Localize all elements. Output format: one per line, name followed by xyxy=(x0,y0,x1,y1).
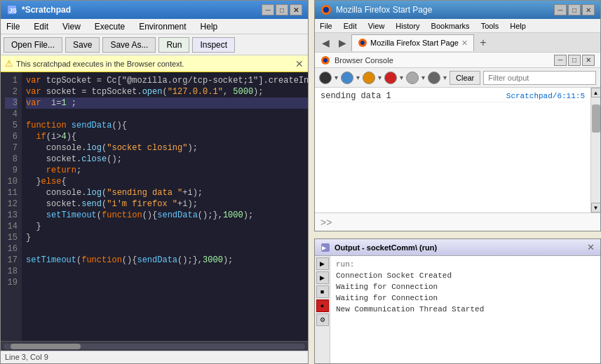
scratchpad-toolbar: Open File... Save Save As... Run Inspect xyxy=(1,34,308,55)
output-run-button[interactable]: ▶ xyxy=(316,257,329,270)
save-button[interactable]: Save xyxy=(65,37,100,53)
filter-error-chevron[interactable]: ▾ xyxy=(400,74,403,81)
code-line-19 xyxy=(26,277,308,288)
warning-bar: ⚠ This scratchpad executes in the Browse… xyxy=(1,55,308,72)
output-record-button[interactable]: ● xyxy=(316,299,329,312)
ff-minimize-button[interactable]: ─ xyxy=(554,4,567,15)
bc-restore-button[interactable]: □ xyxy=(568,55,581,66)
menu-view[interactable]: View xyxy=(60,21,83,32)
firefox-title: Mozilla Firefox Start Page xyxy=(336,5,432,15)
svg-point-5 xyxy=(360,41,365,45)
menu-edit[interactable]: Edit xyxy=(31,21,51,32)
console-vscroll[interactable]: ▲ ▼ xyxy=(590,88,600,213)
scratchpad-window: JS *Scratchpad ─ □ ✕ File Edit View Exec… xyxy=(0,0,309,364)
code-line-14: } xyxy=(26,221,308,232)
code-editor[interactable]: 1 2 3 4 5 6 7 8 9 10 11 12 13 14 15 16 1… xyxy=(1,72,308,341)
firefox-icon xyxy=(320,4,332,15)
output-line-1: Connection Socket Created xyxy=(336,270,595,281)
console-message-source[interactable]: Scratchpad/6:11:5 xyxy=(506,92,585,100)
filter-debug-chevron[interactable]: ▾ xyxy=(443,74,447,81)
ff-menu-edit[interactable]: Edit xyxy=(342,21,359,31)
vscroll-up-button[interactable]: ▲ xyxy=(591,88,601,97)
svg-text:▶: ▶ xyxy=(322,245,327,251)
bc-minimize-button[interactable]: ─ xyxy=(554,55,567,66)
menu-environment[interactable]: Environment xyxy=(136,21,189,32)
open-file-button[interactable]: Open File... xyxy=(4,37,62,53)
code-line-9: return; xyxy=(26,165,308,176)
console-output: sending data 1 Scratchpad/6:11:5 xyxy=(315,88,590,213)
warning-close-button[interactable]: ✕ xyxy=(295,58,304,69)
filter-info-chevron[interactable]: ▾ xyxy=(356,74,360,81)
new-tab-button[interactable]: + xyxy=(475,35,491,50)
ff-close-button[interactable]: ✕ xyxy=(582,4,595,15)
ff-menu-view[interactable]: View xyxy=(366,21,387,31)
output-run2-button[interactable]: ▶ xyxy=(316,271,329,284)
output-panel: ▶ Output - socketComm\ (run) ✕ ▶ ▶ ■ ● ⚙… xyxy=(314,238,601,364)
filter-warn-chevron[interactable]: ▾ xyxy=(378,74,381,81)
output-line-2: Waiting for Connection xyxy=(336,281,595,292)
code-line-15: } xyxy=(26,232,308,243)
output-settings-button[interactable]: ⚙ xyxy=(316,314,329,326)
code-line-8: socket.close(); xyxy=(26,154,308,165)
output-line-4: New Communication Thread Started xyxy=(336,304,595,315)
status-bar: Line 3, Col 9 xyxy=(1,351,308,363)
filter-info-button[interactable] xyxy=(341,72,353,84)
code-line-2: var socket = tcpSocket.open("127.0.0.1",… xyxy=(26,86,308,97)
output-line-run: run: xyxy=(336,259,595,270)
vscroll-down-button[interactable]: ▼ xyxy=(591,203,601,213)
filter-log-chevron[interactable]: ▾ xyxy=(421,74,425,81)
code-content[interactable]: var tcpSocket = Cc["@mozilla.org/tcp-soc… xyxy=(22,72,308,341)
code-line-5: function sendData(){ xyxy=(26,120,308,131)
console-message-row: sending data 1 Scratchpad/6:11:5 xyxy=(320,90,585,102)
filter-error-button[interactable] xyxy=(384,72,397,84)
output-close-button[interactable]: ✕ xyxy=(587,242,595,252)
scratchpad-titlebar: JS *Scratchpad ─ □ ✕ xyxy=(1,1,308,19)
ff-menu-bookmarks[interactable]: Bookmarks xyxy=(429,21,472,31)
output-line-3: Waiting for Connection xyxy=(336,292,595,304)
minimize-button[interactable]: ─ xyxy=(262,4,274,15)
output-panel-icon: ▶ xyxy=(320,243,330,252)
tab-close-button[interactable]: ✕ xyxy=(461,39,468,48)
ff-menu-tools[interactable]: Tools xyxy=(479,21,501,31)
back-button[interactable]: ◀ xyxy=(318,35,333,50)
menu-execute[interactable]: Execute xyxy=(92,21,128,32)
scratchpad-icon: JS xyxy=(6,4,18,15)
firefox-start-tab[interactable]: Mozilla Firefox Start Page ✕ xyxy=(351,34,474,51)
console-message-text: sending data 1 xyxy=(320,91,391,101)
code-line-3: var i=1 ; xyxy=(26,97,308,109)
filter-debug-button[interactable] xyxy=(428,72,440,84)
forward-button[interactable]: ▶ xyxy=(335,35,350,50)
filter-all-button[interactable] xyxy=(319,72,332,84)
filter-input[interactable] xyxy=(483,71,596,85)
console-toolbar: ▾ ▾ ▾ ▾ ▾ ▾ Clear xyxy=(315,68,600,88)
clear-button[interactable]: Clear xyxy=(450,71,480,85)
code-line-11: console.log("sending data "+i); xyxy=(26,187,308,198)
output-stop-button[interactable]: ■ xyxy=(316,285,329,298)
close-button[interactable]: ✕ xyxy=(290,4,302,15)
bc-close-button[interactable]: ✕ xyxy=(582,55,595,66)
inspect-button[interactable]: Inspect xyxy=(192,37,235,53)
line-numbers: 1 2 3 4 5 6 7 8 9 10 11 12 13 14 15 16 1… xyxy=(1,72,22,341)
save-as-button[interactable]: Save As... xyxy=(102,37,156,53)
warning-icon: ⚠ xyxy=(5,58,13,69)
run-button[interactable]: Run xyxy=(158,37,189,53)
menu-help[interactable]: Help xyxy=(198,21,221,32)
filter-log-button[interactable] xyxy=(406,72,419,84)
code-line-1: var tcpSocket = Cc["@mozilla.org/tcp-soc… xyxy=(26,75,308,86)
console-input-arrow: >> xyxy=(320,217,332,228)
ff-menu-help[interactable]: Help xyxy=(508,21,528,31)
filter-all-chevron[interactable]: ▾ xyxy=(335,74,338,81)
ff-menu-file[interactable]: File xyxy=(318,21,335,31)
editor-hscroll[interactable] xyxy=(1,341,308,351)
code-line-13: setTimeout(function(){sendData();},1000)… xyxy=(26,210,308,221)
code-line-10: }else{ xyxy=(26,176,308,187)
svg-point-7 xyxy=(323,58,327,62)
restore-button[interactable]: □ xyxy=(276,4,288,15)
tab-bar: ◀ ▶ Mozilla Firefox Start Page ✕ + xyxy=(315,33,600,53)
ff-restore-button[interactable]: □ xyxy=(568,4,581,15)
firefox-menubar: File Edit View History Bookmarks Tools H… xyxy=(315,19,600,33)
code-line-12: socket.send("i'm firefox "+i); xyxy=(26,198,308,210)
ff-menu-history[interactable]: History xyxy=(393,21,421,31)
menu-file[interactable]: File xyxy=(4,21,22,32)
filter-warn-button[interactable] xyxy=(363,72,375,84)
